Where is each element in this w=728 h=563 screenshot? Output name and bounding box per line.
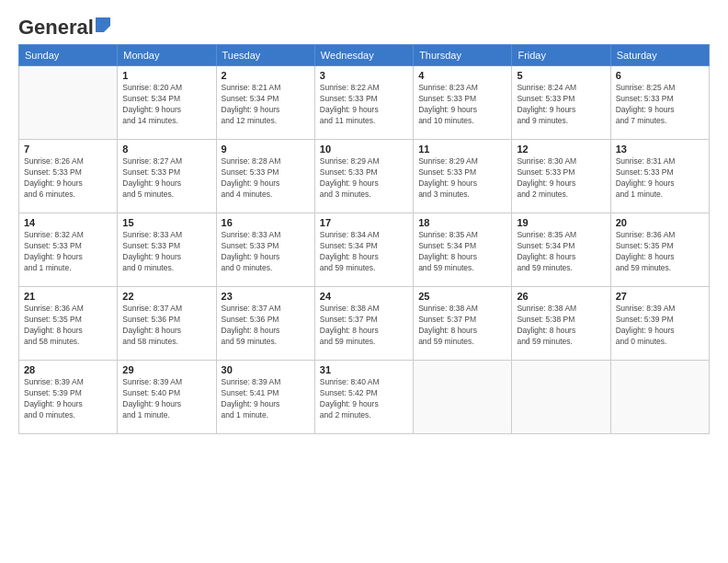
day-info: Sunrise: 8:35 AMSunset: 5:34 PMDaylight:… — [517, 230, 605, 274]
day-info: Sunrise: 8:39 AMSunset: 5:39 PMDaylight:… — [24, 377, 112, 421]
header: General — [18, 17, 710, 37]
day-info: Sunrise: 8:27 AMSunset: 5:33 PMDaylight:… — [122, 156, 210, 201]
day-info: Sunrise: 8:31 AMSunset: 5:33 PMDaylight:… — [616, 156, 704, 201]
day-number: 8 — [122, 144, 210, 155]
day-number: 11 — [418, 144, 506, 155]
calendar-cell: 4Sunrise: 8:23 AMSunset: 5:33 PMDaylight… — [414, 66, 512, 140]
calendar-table: SundayMondayTuesdayWednesdayThursdayFrid… — [18, 44, 710, 434]
logo-icon — [96, 17, 110, 32]
day-number: 16 — [222, 217, 310, 228]
calendar-cell: 3Sunrise: 8:22 AMSunset: 5:33 PMDaylight… — [314, 66, 413, 140]
calendar-cell: 5Sunrise: 8:24 AMSunset: 5:33 PMDaylight… — [512, 66, 610, 140]
day-info: Sunrise: 8:36 AMSunset: 5:35 PMDaylight:… — [24, 304, 112, 348]
calendar-cell: 1Sunrise: 8:20 AMSunset: 5:34 PMDaylight… — [118, 66, 216, 140]
day-number: 9 — [222, 144, 310, 155]
day-number: 31 — [320, 364, 408, 375]
calendar-cell: 6Sunrise: 8:25 AMSunset: 5:33 PMDaylight… — [610, 66, 709, 140]
day-number: 20 — [616, 217, 704, 228]
weekday-header-sunday: Sunday — [19, 45, 118, 66]
day-info: Sunrise: 8:38 AMSunset: 5:38 PMDaylight:… — [517, 304, 605, 348]
day-info: Sunrise: 8:38 AMSunset: 5:37 PMDaylight:… — [320, 304, 408, 348]
day-number: 28 — [24, 364, 112, 375]
day-info: Sunrise: 8:24 AMSunset: 5:33 PMDaylight:… — [517, 83, 605, 127]
calendar-cell: 16Sunrise: 8:33 AMSunset: 5:33 PMDayligh… — [216, 213, 314, 287]
day-info: Sunrise: 8:20 AMSunset: 5:34 PMDaylight:… — [122, 83, 210, 127]
day-number: 3 — [320, 70, 408, 81]
day-number: 5 — [517, 70, 605, 81]
page: General SundayMondayTuesdayWednesdayThur… — [0, 0, 728, 563]
day-info: Sunrise: 8:30 AMSunset: 5:33 PMDaylight:… — [517, 156, 605, 201]
calendar-cell: 21Sunrise: 8:36 AMSunset: 5:35 PMDayligh… — [19, 287, 118, 361]
day-info: Sunrise: 8:36 AMSunset: 5:35 PMDaylight:… — [616, 230, 704, 274]
calendar-cell: 18Sunrise: 8:35 AMSunset: 5:34 PMDayligh… — [414, 213, 512, 287]
week-row-2: 14Sunrise: 8:32 AMSunset: 5:33 PMDayligh… — [19, 213, 710, 287]
calendar-cell — [19, 66, 118, 140]
logo: General — [18, 17, 110, 37]
calendar-cell: 24Sunrise: 8:38 AMSunset: 5:37 PMDayligh… — [314, 287, 413, 361]
day-info: Sunrise: 8:29 AMSunset: 5:33 PMDaylight:… — [320, 156, 408, 201]
day-number: 2 — [222, 70, 310, 81]
day-info: Sunrise: 8:40 AMSunset: 5:42 PMDaylight:… — [320, 377, 408, 421]
day-info: Sunrise: 8:37 AMSunset: 5:36 PMDaylight:… — [222, 304, 310, 348]
day-info: Sunrise: 8:29 AMSunset: 5:33 PMDaylight:… — [418, 156, 506, 201]
calendar-cell: 11Sunrise: 8:29 AMSunset: 5:33 PMDayligh… — [414, 140, 512, 213]
weekday-header-monday: Monday — [118, 45, 216, 66]
day-number: 15 — [122, 217, 210, 228]
calendar-cell: 12Sunrise: 8:30 AMSunset: 5:33 PMDayligh… — [512, 140, 610, 213]
day-info: Sunrise: 8:37 AMSunset: 5:36 PMDaylight:… — [122, 304, 210, 348]
calendar-cell: 9Sunrise: 8:28 AMSunset: 5:33 PMDaylight… — [216, 140, 314, 213]
calendar-cell: 13Sunrise: 8:31 AMSunset: 5:33 PMDayligh… — [610, 140, 709, 213]
week-row-3: 21Sunrise: 8:36 AMSunset: 5:35 PMDayligh… — [19, 287, 710, 361]
day-number: 26 — [517, 291, 605, 302]
day-number: 4 — [418, 70, 506, 81]
day-info: Sunrise: 8:28 AMSunset: 5:33 PMDaylight:… — [222, 156, 310, 201]
week-row-4: 28Sunrise: 8:39 AMSunset: 5:39 PMDayligh… — [19, 361, 710, 434]
day-info: Sunrise: 8:21 AMSunset: 5:34 PMDaylight:… — [222, 83, 310, 127]
day-info: Sunrise: 8:35 AMSunset: 5:34 PMDaylight:… — [418, 230, 506, 274]
day-info: Sunrise: 8:23 AMSunset: 5:33 PMDaylight:… — [418, 83, 506, 127]
day-number: 29 — [122, 364, 210, 375]
calendar-cell: 25Sunrise: 8:38 AMSunset: 5:37 PMDayligh… — [414, 287, 512, 361]
calendar-cell: 27Sunrise: 8:39 AMSunset: 5:39 PMDayligh… — [610, 287, 709, 361]
day-info: Sunrise: 8:39 AMSunset: 5:40 PMDaylight:… — [122, 377, 210, 421]
day-number: 25 — [418, 291, 506, 302]
calendar-cell: 8Sunrise: 8:27 AMSunset: 5:33 PMDaylight… — [118, 140, 216, 213]
calendar-cell — [414, 361, 512, 434]
calendar-cell — [610, 361, 709, 434]
day-number: 1 — [122, 70, 210, 81]
day-number: 22 — [122, 291, 210, 302]
weekday-header-friday: Friday — [512, 45, 610, 66]
day-number: 14 — [24, 217, 112, 228]
day-info: Sunrise: 8:34 AMSunset: 5:34 PMDaylight:… — [320, 230, 408, 274]
calendar-cell: 26Sunrise: 8:38 AMSunset: 5:38 PMDayligh… — [512, 287, 610, 361]
svg-marker-0 — [96, 17, 110, 32]
day-info: Sunrise: 8:26 AMSunset: 5:33 PMDaylight:… — [24, 156, 112, 201]
calendar-cell: 30Sunrise: 8:39 AMSunset: 5:41 PMDayligh… — [216, 361, 314, 434]
calendar-cell — [512, 361, 610, 434]
calendar-cell: 22Sunrise: 8:37 AMSunset: 5:36 PMDayligh… — [118, 287, 216, 361]
calendar-cell: 15Sunrise: 8:33 AMSunset: 5:33 PMDayligh… — [118, 213, 216, 287]
calendar-cell: 10Sunrise: 8:29 AMSunset: 5:33 PMDayligh… — [314, 140, 413, 213]
calendar-cell: 29Sunrise: 8:39 AMSunset: 5:40 PMDayligh… — [118, 361, 216, 434]
day-info: Sunrise: 8:39 AMSunset: 5:41 PMDaylight:… — [222, 377, 310, 421]
calendar-cell: 2Sunrise: 8:21 AMSunset: 5:34 PMDaylight… — [216, 66, 314, 140]
weekday-header-row: SundayMondayTuesdayWednesdayThursdayFrid… — [19, 45, 710, 66]
weekday-header-tuesday: Tuesday — [216, 45, 314, 66]
calendar-cell: 28Sunrise: 8:39 AMSunset: 5:39 PMDayligh… — [19, 361, 118, 434]
week-row-0: 1Sunrise: 8:20 AMSunset: 5:34 PMDaylight… — [19, 66, 710, 140]
day-number: 21 — [24, 291, 112, 302]
weekday-header-saturday: Saturday — [610, 45, 709, 66]
day-number: 24 — [320, 291, 408, 302]
day-number: 18 — [418, 217, 506, 228]
day-number: 30 — [222, 364, 310, 375]
day-number: 13 — [616, 144, 704, 155]
calendar-cell: 19Sunrise: 8:35 AMSunset: 5:34 PMDayligh… — [512, 213, 610, 287]
day-number: 19 — [517, 217, 605, 228]
day-number: 7 — [24, 144, 112, 155]
calendar-cell: 14Sunrise: 8:32 AMSunset: 5:33 PMDayligh… — [19, 213, 118, 287]
day-number: 17 — [320, 217, 408, 228]
day-info: Sunrise: 8:22 AMSunset: 5:33 PMDaylight:… — [320, 83, 408, 127]
day-info: Sunrise: 8:33 AMSunset: 5:33 PMDaylight:… — [122, 230, 210, 274]
day-info: Sunrise: 8:32 AMSunset: 5:33 PMDaylight:… — [24, 230, 112, 274]
day-info: Sunrise: 8:39 AMSunset: 5:39 PMDaylight:… — [616, 304, 704, 348]
